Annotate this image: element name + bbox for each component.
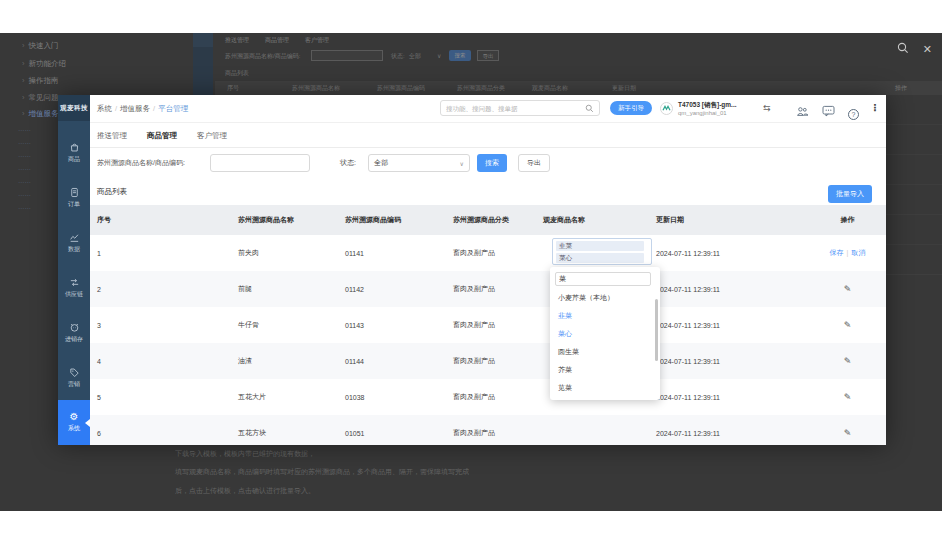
newbie-guide-button[interactable]: 新手引导 [610,101,652,115]
edit-icon[interactable]: ✎ [844,320,852,330]
dim-search-button: 搜索 [449,50,471,61]
search-icon[interactable] [585,99,594,117]
export-button[interactable]: 导出 [518,154,550,172]
dim-tab: 推送管理 [225,36,249,45]
zoom-icon[interactable] [897,40,909,58]
cancel-link[interactable]: 取消 [851,249,865,256]
toc-item[interactable]: ›新功能介绍 [22,59,66,69]
bulk-import-button[interactable]: 批量导入 [828,185,872,203]
screen: ›快速入门 ›新功能介绍 ›操作指南 ›常见问题 ›增值服务 …… …… …… … [0,0,942,543]
user-name: T47053 [销售]-gm... [678,101,737,110]
breadcrumb-mid[interactable]: 增值服务 [120,104,150,113]
global-search-input[interactable] [446,105,576,112]
sidebar-item-data[interactable]: 数据 [58,220,90,265]
filter-bar: 苏州溯源商品名称/商品编码: 状态: 全部 ∨ 搜索 导出 [90,151,886,177]
article-line: 填写观麦商品名称，商品编码时填写对应的苏州溯源商品，多个商品用、隔开，需保障填写… [175,467,469,477]
order-icon [69,187,80,198]
toc-sub-item[interactable]: …… [18,138,57,145]
table-row: 1 前夹肉 01141 畜肉及副产品 2024-07-11 12:39:11 保… [90,235,886,271]
help-icon[interactable]: ? [848,103,859,121]
table-row: 4油渣01144畜肉及副产品2024-07-11 12:39:11✎ [90,343,886,379]
table-row: 3牛仔骨01143畜肉及副产品2024-07-11 12:39:11✎ [90,307,886,343]
toc-sub-item[interactable]: …… [18,190,57,197]
dim-filter-label: 苏州溯源商品名称/商品编码: [225,52,300,61]
edit-icon[interactable]: ✎ [844,392,852,402]
sidebar-item-marketing[interactable]: 营销 [58,355,90,400]
lightbox-controls: ✕ [897,40,932,58]
chevron-right-icon: › [22,59,25,68]
toc-item[interactable]: ›快速入门 [22,41,59,51]
toc-sub-item[interactable]: …… [18,125,57,132]
customer-service-icon[interactable] [796,103,809,121]
dim-chevron-down-icon: ∨ [437,52,441,59]
sidebar-item-goods[interactable]: 商品 [58,130,90,175]
toc-sub-item[interactable]: …… [18,151,57,158]
status-label: 状态: [340,158,356,168]
sidebar-item-inventory[interactable]: 进销存 [58,310,90,355]
sidebar-item-system[interactable]: ⚙ 系统 [58,400,90,445]
gear-icon: ⚙ [70,412,79,422]
dropdown-option[interactable]: 圆生菜 [550,343,660,361]
dim-tab: 商品管理 [265,36,289,45]
tag-icon [69,367,80,378]
dim-status-label: 状态: [391,52,405,61]
dropdown-option-selected[interactable]: 菜心 [550,325,660,343]
table-row: 6五花方块01051畜肉及副产品2024-07-11 12:39:11✎ [90,415,886,445]
breadcrumb: 系统/增值服务/平台管理 [97,104,188,114]
toc-sub-item[interactable]: …… [18,177,57,184]
tab-push-management[interactable]: 推送管理 [97,131,127,141]
toc-item[interactable]: ›常见问题 [22,93,59,103]
dim-tab: 客户管理 [305,36,329,45]
edit-icon[interactable]: ✎ [844,356,852,366]
edit-icon[interactable]: ✎ [844,284,852,294]
selected-tag[interactable]: 韭菜 [556,241,644,251]
dropdown-scrollbar[interactable] [655,299,658,361]
toc-item-active[interactable]: ›增值服务 [22,109,59,119]
dropdown-option[interactable]: 芥菜 [550,361,660,379]
switch-account-icon[interactable]: ⇆ [763,103,771,113]
close-icon[interactable]: ✕ [923,44,932,55]
chevron-down-icon: ∨ [460,160,464,167]
global-search[interactable] [440,100,600,116]
supply-arrows-icon [69,277,80,288]
dropdown-option[interactable]: 苋菜 [550,379,660,397]
tab-goods-management[interactable]: 商品管理 [147,131,177,141]
dropdown-option[interactable]: 小麦芹菜（本地） [550,289,660,307]
screenshot-lightbox: 观麦科技 商品 订单 数据 [58,95,886,445]
section-title: 商品列表 [97,187,127,197]
toc-sub-item[interactable]: …… [18,164,57,171]
breadcrumb-root[interactable]: 系统 [97,104,112,113]
avatar[interactable] [660,101,673,119]
dropdown-search-input[interactable] [555,272,651,286]
status-select[interactable]: 全部 ∨ [368,154,470,172]
table-row: 5五花大片01038畜肉及副产品2024-07-11 12:39:11✎ [90,379,886,415]
multiselect-dropdown: 小麦芹菜（本地） 韭菜 菜心 圆生菜 芥菜 苋菜 [550,267,660,400]
dropdown-option-selected[interactable]: 韭菜 [550,307,660,325]
chevron-right-icon: › [22,76,25,85]
search-button[interactable]: 搜索 [477,154,507,172]
tab-customer-management[interactable]: 客户管理 [197,131,227,141]
selected-tag[interactable]: 菜心 [556,253,644,263]
feedback-chat-icon[interactable] [822,103,835,121]
edit-icon[interactable]: ✎ [844,428,852,438]
kebab-menu-icon[interactable]: ⋮ [870,102,880,113]
chevron-right-icon: › [22,93,25,102]
chart-icon [69,232,80,243]
article-line: 后，点击上传模板，点击确认进行批量导入。 [175,486,315,496]
dim-overlay: ›快速入门 ›新功能介绍 ›操作指南 ›常见问题 ›增值服务 …… …… …… … [0,33,942,511]
keyword-label: 苏州溯源商品名称/商品编码: [97,158,185,168]
bag-icon [69,142,80,153]
gm-name-multiselect[interactable]: 韭菜 菜心 [552,238,652,265]
breadcrumb-current: 平台管理 [158,104,188,113]
sidebar-item-orders[interactable]: 订单 [58,175,90,220]
chevron-right-icon: › [22,109,25,118]
keyword-input[interactable] [210,154,310,172]
toc-item[interactable]: ›操作指南 [22,76,59,86]
app-sidebar: 观麦科技 商品 订单 数据 [58,95,90,445]
save-link[interactable]: 保存 [830,249,844,256]
app-logo: 观麦科技 [58,95,90,121]
toc-sub-item[interactable]: …… [18,203,57,210]
sidebar-item-supply-chain[interactable]: 供应链 [58,265,90,310]
dim-logo [193,33,213,47]
dim-input [311,50,383,61]
